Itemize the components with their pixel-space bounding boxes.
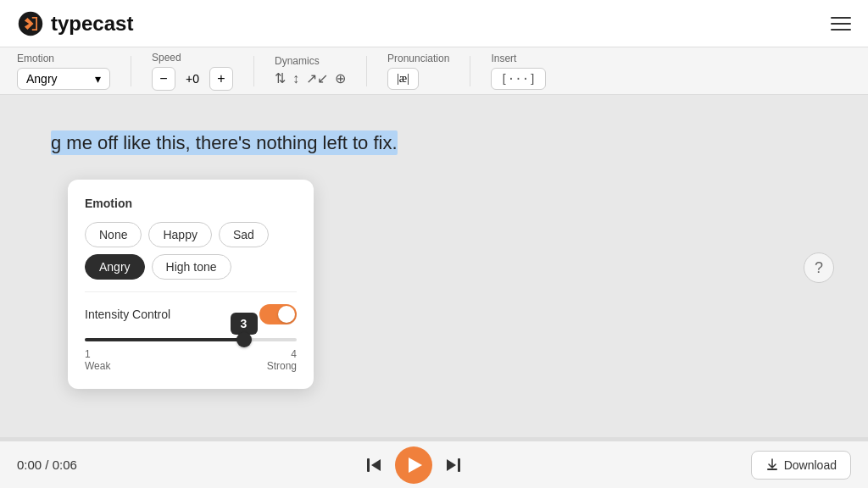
divider-4 <box>470 56 470 86</box>
speed-group: Speed − +0 + <box>152 52 233 91</box>
emotion-group: Emotion Angry ▾ <box>17 53 110 90</box>
typecast-logo-icon <box>17 10 44 37</box>
menu-line-1 <box>831 17 851 19</box>
skip-forward-icon <box>444 456 463 474</box>
svg-rect-3 <box>767 469 777 470</box>
pronunciation-button[interactable]: |æ| <box>387 68 419 90</box>
divider-2 <box>253 56 254 86</box>
insert-group: Insert [···] <box>491 53 545 90</box>
header: typecast <box>0 0 868 47</box>
dynamics-label: Dynamics <box>275 55 320 67</box>
slider-max-group: 4 Strong <box>267 348 297 372</box>
slider-min-group: 1 Weak <box>85 348 110 372</box>
slider-min-label: Weak <box>85 360 110 372</box>
dynamics-icon-1[interactable]: ⇅ <box>275 70 286 86</box>
toolbar: Emotion Angry ▾ Speed − +0 + Dynamics ⇅ … <box>0 47 868 95</box>
speed-controls: − +0 + <box>152 67 233 91</box>
slider-labels: 1 Weak 4 Strong <box>85 348 297 372</box>
dynamics-icon-4[interactable]: ⊕ <box>335 70 346 86</box>
emotion-controls: Angry ▾ <box>17 68 110 90</box>
dynamics-group: Dynamics ⇅ ↕ ↗↙ ⊕ <box>275 55 346 86</box>
speed-plus-button[interactable]: + <box>209 67 233 91</box>
pronunciation-group: Pronunciation |æ| <box>387 53 449 90</box>
menu-line-2 <box>831 23 851 25</box>
slider-fill <box>85 338 244 341</box>
slider-max-value: 4 <box>267 348 297 360</box>
popup-divider <box>85 291 297 292</box>
toggle-knob <box>278 306 295 323</box>
intensity-toggle[interactable] <box>259 304 297 324</box>
menu-button[interactable] <box>831 17 851 30</box>
slider-max-label: Strong <box>267 360 297 372</box>
slider-min-value: 1 <box>85 348 110 360</box>
time-display: 0:00 / 0:06 <box>17 458 77 472</box>
download-icon <box>765 458 779 472</box>
insert-label: Insert <box>491 53 516 64</box>
divider-3 <box>366 56 367 86</box>
slider-track[interactable] <box>85 338 297 341</box>
skip-back-button[interactable] <box>364 456 383 474</box>
emotion-btn-angry[interactable]: Angry <box>85 254 145 280</box>
help-button[interactable]: ? <box>804 252 834 283</box>
play-icon <box>409 458 422 473</box>
skip-forward-button[interactable] <box>444 456 463 474</box>
emotion-dropdown[interactable]: Angry ▾ <box>17 68 110 90</box>
menu-line-3 <box>831 29 851 30</box>
player-controls <box>364 446 463 484</box>
emotion-btn-hightone[interactable]: High tone <box>152 254 231 280</box>
popup-title: Emotion <box>85 197 297 210</box>
emotion-label: Emotion <box>17 53 54 64</box>
dynamics-controls: ⇅ ↕ ↗↙ ⊕ <box>275 70 346 86</box>
emotion-btn-happy[interactable]: Happy <box>148 222 211 247</box>
speed-value: +0 <box>181 72 204 86</box>
insert-button[interactable]: [···] <box>491 68 545 90</box>
divider-1 <box>131 56 131 86</box>
main-content: g me off like this, there's nothing left… <box>0 95 868 441</box>
dynamics-icon-2[interactable]: ↕ <box>292 71 299 86</box>
logo-text: typecast <box>51 12 133 36</box>
highlighted-text: g me off like this, there's nothing left… <box>51 130 398 155</box>
intensity-row: Intensity Control <box>85 304 297 324</box>
dynamics-icon-3[interactable]: ↗↙ <box>306 70 328 86</box>
play-button[interactable] <box>395 446 432 484</box>
logo: typecast <box>17 10 133 37</box>
chevron-down-icon: ▾ <box>95 72 101 86</box>
emotion-btn-sad[interactable]: Sad <box>219 222 269 247</box>
svg-rect-1 <box>367 458 370 472</box>
player-bar: 0:00 / 0:06 Download <box>0 441 868 488</box>
speed-minus-button[interactable]: − <box>152 67 175 91</box>
download-label: Download <box>784 458 837 472</box>
emotion-btn-none[interactable]: None <box>85 222 142 247</box>
svg-rect-2 <box>458 458 460 472</box>
speed-label: Speed <box>152 52 181 64</box>
emotion-popup: Emotion None Happy Sad Angry High tone I… <box>68 180 314 389</box>
emotion-button-group: None Happy Sad Angry High tone <box>85 222 297 280</box>
skip-back-icon <box>364 456 383 474</box>
slider-thumb[interactable] <box>236 332 252 347</box>
emotion-selected-value: Angry <box>26 72 58 86</box>
intensity-slider-container: 3 <box>85 338 297 341</box>
intensity-label: Intensity Control <box>85 308 170 321</box>
download-button[interactable]: Download <box>751 451 851 480</box>
pronunciation-label: Pronunciation <box>387 53 449 64</box>
